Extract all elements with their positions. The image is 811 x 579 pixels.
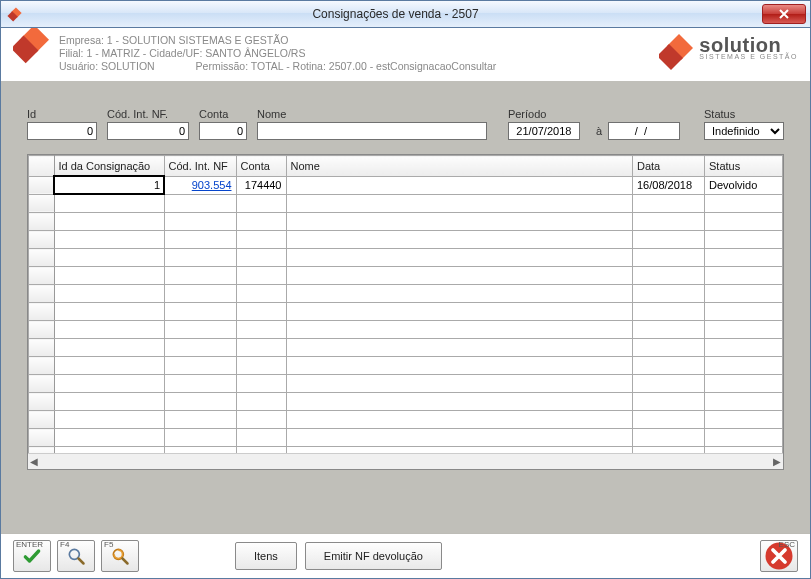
grid-header-row: Id da Consignação Cód. Int. NF Conta Nom… <box>29 156 783 177</box>
col-id[interactable]: Id da Consignação <box>54 156 164 177</box>
esc-key-label: ESC <box>779 540 795 549</box>
table-row[interactable] <box>29 429 783 447</box>
meta-empresa: Empresa: 1 - SOLUTION SISTEMAS E GESTÃO <box>59 34 496 47</box>
col-status[interactable]: Status <box>705 156 783 177</box>
logo-small-icon <box>13 34 49 70</box>
meta-row3: Usuário: SOLUTION Permissão: TOTAL - Rot… <box>59 60 496 73</box>
brand-name: solution <box>699 39 798 51</box>
input-codint[interactable] <box>107 122 189 140</box>
window-title: Consignações de venda - 2507 <box>29 7 762 21</box>
input-id[interactable] <box>27 122 97 140</box>
input-conta[interactable] <box>199 122 247 140</box>
field-codint: Cód. Int. NF. <box>107 108 189 140</box>
magnifier-refresh-icon <box>110 546 130 566</box>
enter-key-label: ENTER <box>16 540 43 549</box>
header-meta: Empresa: 1 - SOLUTION SISTEMAS E GESTÃO … <box>59 34 496 73</box>
input-periodo-to[interactable] <box>608 122 680 140</box>
field-periodo-to <box>608 108 680 140</box>
grid-table: Id da Consignação Cód. Int. NF Conta Nom… <box>28 155 783 470</box>
horizontal-scrollbar[interactable]: ◀ ▶ <box>28 453 783 469</box>
grid-corner <box>29 156 55 177</box>
magnifier-icon <box>66 546 86 566</box>
row-marker[interactable] <box>29 176 55 194</box>
meta-usuario: Usuário: SOLUTION <box>59 60 155 72</box>
cell-codint[interactable]: 903.554 <box>164 176 236 194</box>
scroll-right-icon[interactable]: ▶ <box>773 456 781 467</box>
field-id: Id <box>27 108 97 140</box>
label-id: Id <box>27 108 97 120</box>
footer-toolbar: ENTER F4 F5 Itens Emitir NF devolução ES… <box>1 533 810 578</box>
col-conta[interactable]: Conta <box>236 156 286 177</box>
table-row[interactable] <box>29 357 783 375</box>
table-row[interactable] <box>29 231 783 249</box>
select-status[interactable]: Indefinido <box>704 122 784 140</box>
label-status: Status <box>704 108 784 120</box>
check-icon <box>22 546 42 566</box>
cell-nome[interactable] <box>286 176 633 194</box>
f5-key-label: F5 <box>104 540 113 549</box>
logo-large-icon <box>659 34 693 68</box>
field-status: Status Indefinido <box>704 108 784 140</box>
table-row[interactable] <box>29 339 783 357</box>
itens-button[interactable]: Itens <box>235 542 297 570</box>
table-row[interactable]: 1 903.554 174440 16/08/2018 Devolvido <box>29 176 783 194</box>
filter-row: Id Cód. Int. NF. Conta Nome Período à <box>27 108 784 140</box>
field-periodo-from: Período <box>508 108 580 140</box>
cell-data[interactable]: 16/08/2018 <box>633 176 705 194</box>
header-left: Empresa: 1 - SOLUTION SISTEMAS E GESTÃO … <box>13 34 496 73</box>
label-codint: Cód. Int. NF. <box>107 108 189 120</box>
col-nome[interactable]: Nome <box>286 156 633 177</box>
meta-filial: Filial: 1 - MATRIZ - Cidade/UF: SANTO ÂN… <box>59 47 496 60</box>
table-row[interactable] <box>29 285 783 303</box>
label-nome: Nome <box>257 108 490 120</box>
label-periodo: Período <box>508 108 580 120</box>
emitir-nf-button[interactable]: Emitir NF devolução <box>305 542 442 570</box>
svg-line-7 <box>79 559 84 564</box>
col-codint[interactable]: Cód. Int. NF <box>164 156 236 177</box>
table-row[interactable] <box>29 213 783 231</box>
field-conta: Conta <box>199 108 247 140</box>
input-nome[interactable] <box>257 122 487 140</box>
scroll-left-icon[interactable]: ◀ <box>30 456 38 467</box>
table-row[interactable] <box>29 411 783 429</box>
f5-button[interactable]: F5 <box>101 540 139 572</box>
table-row[interactable] <box>29 267 783 285</box>
cell-conta[interactable]: 174440 <box>236 176 286 194</box>
svg-line-9 <box>123 559 128 564</box>
body: Id Cód. Int. NF. Conta Nome Período à <box>1 82 810 480</box>
label-conta: Conta <box>199 108 247 120</box>
codint-link[interactable]: 903.554 <box>192 179 232 191</box>
titlebar: Consignações de venda - 2507 <box>1 1 810 28</box>
periodo-separator: à <box>596 125 602 137</box>
table-row[interactable] <box>29 393 783 411</box>
input-periodo-from[interactable] <box>508 122 580 140</box>
esc-button[interactable]: ESC <box>760 540 798 572</box>
field-nome: Nome <box>257 108 490 140</box>
col-data[interactable]: Data <box>633 156 705 177</box>
logo-large: solution SISTEMAS E GESTÃO <box>659 34 798 68</box>
meta-permissao: Permissão: TOTAL - Rotina: 2507.00 - est… <box>196 60 497 72</box>
close-button[interactable] <box>762 4 806 24</box>
table-row[interactable] <box>29 194 783 213</box>
brand-sub: SISTEMAS E GESTÃO <box>699 51 798 63</box>
data-grid: Id da Consignação Cód. Int. NF Conta Nom… <box>27 154 784 470</box>
header: Empresa: 1 - SOLUTION SISTEMAS E GESTÃO … <box>1 28 810 82</box>
table-row[interactable] <box>29 375 783 393</box>
f4-key-label: F4 <box>60 540 69 549</box>
app-window: Consignações de venda - 2507 Empresa: 1 … <box>0 0 811 579</box>
logo-text: solution SISTEMAS E GESTÃO <box>699 39 798 63</box>
cell-status[interactable]: Devolvido <box>705 176 783 194</box>
table-row[interactable] <box>29 249 783 267</box>
f4-button[interactable]: F4 <box>57 540 95 572</box>
table-row[interactable] <box>29 321 783 339</box>
app-icon <box>7 6 23 22</box>
table-row[interactable] <box>29 303 783 321</box>
enter-button[interactable]: ENTER <box>13 540 51 572</box>
cell-id[interactable]: 1 <box>54 176 164 194</box>
